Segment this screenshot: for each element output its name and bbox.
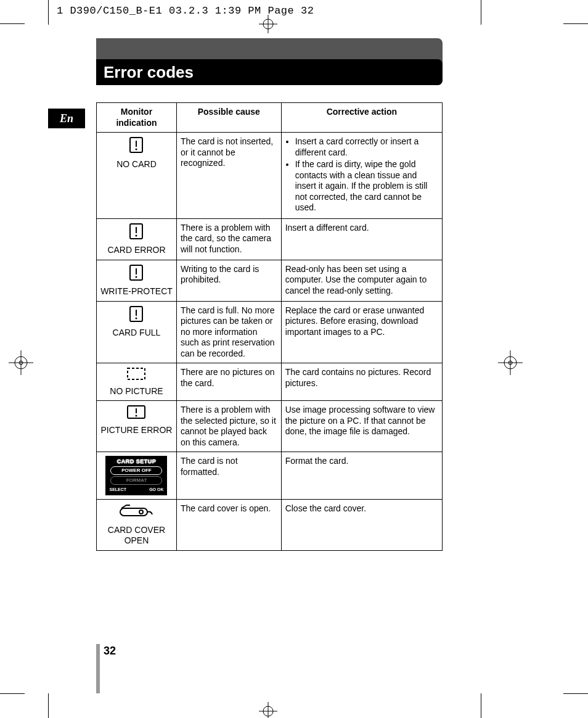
card-cover-open-icon: [118, 503, 155, 522]
monitor-label: CARD ERROR: [100, 245, 173, 256]
corrective-action: Replace the card or erase unwanted pictu…: [281, 301, 442, 363]
registration-mark-icon: [9, 350, 33, 375]
monitor-label: CARD COVER OPEN: [100, 525, 173, 547]
corrective-action: Format the card.: [281, 452, 442, 500]
warning-card-icon: [129, 305, 144, 326]
svg-point-16: [136, 149, 137, 151]
crop-mark: [481, 693, 481, 718]
crop-mark: [563, 23, 588, 24]
svg-rect-26: [128, 368, 145, 379]
table-row: WRITE-PROTECT Writing to the card is pro…: [97, 260, 443, 301]
registration-mark-icon: [259, 702, 277, 718]
monitor-label: NO CARD: [100, 159, 173, 170]
dashed-frame-icon: [126, 367, 146, 384]
page-number: 32: [104, 645, 116, 658]
table-row: CARD SETUP POWER OFF FORMAT SELECT GO OK…: [97, 452, 443, 500]
col-header-monitor: Monitor indication: [97, 103, 177, 133]
possible-cause: Writing to the card is prohibited.: [176, 260, 281, 301]
page-number-bar: [96, 644, 100, 693]
action-bullet: Insert a card correctly or insert a diff…: [295, 136, 438, 158]
print-header: 1 D390/C150_B-E1 03.2.3 1:39 PM Page 32: [57, 5, 314, 17]
card-setup-title: CARD SETUP: [108, 458, 165, 465]
svg-point-29: [136, 415, 137, 417]
card-setup-footer-go: GO OK: [149, 487, 163, 493]
card-setup-screen-icon: CARD SETUP POWER OFF FORMAT SELECT GO OK: [105, 456, 167, 495]
possible-cause: The card is not formatted.: [176, 452, 281, 500]
registration-mark-icon: [498, 350, 523, 375]
col-header-action: Corrective action: [281, 103, 442, 133]
warning-frame-icon: [126, 405, 146, 423]
col-header-cause: Possible cause: [176, 103, 281, 133]
possible-cause: There is a problem with the selected pic…: [176, 401, 281, 452]
language-tab: En: [48, 109, 85, 128]
corrective-action: Read-only has been set using a computer.…: [281, 260, 442, 301]
possible-cause: The card is not inserted, or it cannot b…: [176, 133, 281, 219]
corrective-action: The card contains no pictures. Record pi…: [281, 363, 442, 401]
warning-card-icon: [129, 264, 144, 284]
card-setup-footer-select: SELECT: [109, 487, 126, 493]
action-bullet: If the card is dirty, wipe the gold cont…: [295, 159, 438, 213]
monitor-label: WRITE-PROTECT: [100, 286, 173, 297]
table-row: NO CARD The card is not inserted, or it …: [97, 133, 443, 219]
monitor-label: NO PICTURE: [100, 386, 173, 397]
card-setup-option-format: FORMAT: [110, 476, 162, 485]
crop-mark: [0, 23, 25, 24]
crop-mark: [48, 693, 49, 718]
table-row: CARD ERROR There is a problem with the c…: [97, 218, 443, 260]
crop-mark: [481, 0, 481, 25]
crop-mark: [48, 0, 49, 25]
possible-cause: The card cover is open.: [176, 500, 281, 551]
warning-card-icon: [129, 223, 144, 243]
table-row: NO PICTURE There are no pictures on the …: [97, 363, 443, 401]
crop-mark: [563, 693, 588, 694]
svg-point-31: [139, 510, 143, 514]
svg-point-25: [136, 317, 137, 319]
monitor-label: PICTURE ERROR: [100, 425, 173, 436]
crop-mark: [0, 693, 25, 694]
corrective-action: Insert a different card.: [281, 218, 442, 260]
page: Error codes En Monitor indication Possib…: [48, 23, 481, 693]
table-row: CARD FULL The card is full. No more pict…: [97, 301, 443, 363]
corrective-action: Close the card cover.: [281, 500, 442, 551]
table-row: CARD COVER OPEN The card cover is open. …: [97, 500, 443, 551]
page-title: Error codes: [96, 59, 443, 85]
possible-cause: There are no pictures on the card.: [176, 363, 281, 401]
table-row: PICTURE ERROR There is a problem with th…: [97, 401, 443, 452]
warning-card-icon: [129, 136, 144, 157]
error-codes-table: Monitor indication Possible cause Correc…: [96, 102, 443, 551]
possible-cause: There is a problem with the card, so the…: [176, 218, 281, 260]
card-setup-option-poweroff: POWER OFF: [110, 466, 162, 475]
svg-point-19: [136, 234, 137, 236]
corrective-action: Insert a card correctly or insert a diff…: [281, 133, 442, 219]
possible-cause: The card is full. No more pictures can b…: [176, 301, 281, 363]
svg-point-22: [136, 276, 137, 278]
monitor-label: CARD FULL: [100, 328, 173, 339]
corrective-action: Use image processing software to view th…: [281, 401, 442, 452]
